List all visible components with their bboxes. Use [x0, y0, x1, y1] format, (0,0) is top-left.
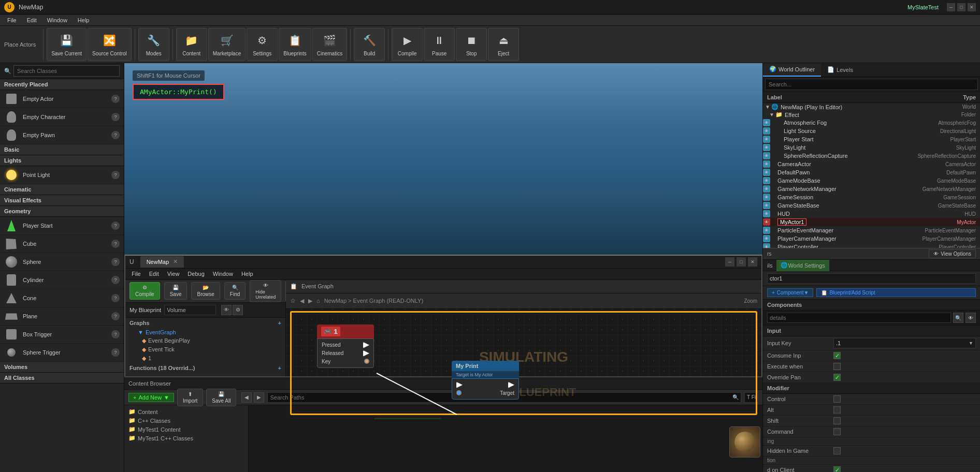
sphere-trigger-info[interactable]: ? — [111, 348, 120, 357]
actor-box-trigger[interactable]: Box Trigger ? — [0, 326, 124, 344]
actor-sphere[interactable]: Sphere ? — [0, 253, 124, 271]
viewport[interactable]: ShiftF1 for Mouse Cursor AMyActor::MyPri… — [124, 63, 762, 255]
bp-settings-btn[interactable]: ⚙ — [233, 305, 243, 315]
outliner-item-spherereflectioncapture[interactable]: 👁 SphereReflectionCapture SphereReflecti… — [763, 152, 980, 160]
cylinder-info[interactable]: ? — [111, 276, 120, 284]
outliner-item-gamesession[interactable]: 👁 GameSession GameSession — [763, 193, 980, 201]
cb-item-cpp-classes[interactable]: 📁 C++ Classes — [124, 416, 248, 425]
input-key-dropdown[interactable]: ▼ — [969, 341, 973, 346]
myactor1-node[interactable]: MyActor1 from Persistent Level — [374, 418, 441, 419]
outliner-item-hud[interactable]: 👁 HUD HUD — [763, 210, 980, 218]
event-begin-play-item[interactable]: ◆ Event BeginPlay — [129, 336, 285, 345]
sphere-info[interactable]: ? — [111, 258, 120, 266]
bp-menu-file[interactable]: File — [127, 268, 145, 279]
outliner-item-playercamera[interactable]: 👁 PlayerCameraManager PlayerCameraManage… — [763, 234, 980, 243]
bp-save-button[interactable]: 💾 Save — [164, 282, 188, 300]
category-recently-placed[interactable]: Recently Placed — [0, 79, 124, 90]
released-pin[interactable]: Released — [320, 349, 371, 358]
target-pin[interactable]: Target — [454, 389, 516, 397]
actor-cone[interactable]: Cone ? — [0, 289, 124, 307]
window-controls[interactable]: ─ □ ✕ — [947, 3, 976, 11]
execute-when-checkbox[interactable] — [833, 363, 841, 370]
cinematics-button[interactable]: 🎬 Cinematics — [312, 28, 347, 61]
blueprint-add-script-button[interactable]: 📋 Blueprint/Add Script — [816, 288, 976, 297]
modifier-section[interactable]: Modifier — [763, 383, 980, 394]
modes-button[interactable]: 🔧 Modes — [138, 28, 169, 61]
nav-home-btn[interactable]: ⌂ — [316, 298, 320, 304]
settings-button[interactable]: ⚙ Settings — [247, 28, 278, 61]
bp-menu-view[interactable]: View — [163, 268, 184, 279]
search-classes-input[interactable] — [13, 65, 120, 77]
bp-eye-btn[interactable]: 👁 — [221, 305, 232, 315]
cube-info[interactable]: ? — [111, 240, 120, 248]
actor-empty-actor[interactable]: Empty Actor ? — [0, 90, 124, 108]
nav-back-btn[interactable]: ◀ — [300, 298, 304, 304]
label-col-header[interactable]: Label — [767, 94, 963, 100]
override-pan-checkbox[interactable]: ✓ — [833, 374, 841, 381]
functions-section[interactable]: Functions (18 Overrid...) + — [125, 363, 285, 373]
marketplace-button[interactable]: 🛒 Marketplace — [208, 28, 246, 61]
graphs-add-icon[interactable]: + — [278, 320, 281, 326]
outliner-item-gamestatebase[interactable]: 👁 GameStateBase GameStateBase — [763, 201, 980, 210]
net-cull-checkbox[interactable]: ✓ — [833, 466, 841, 472]
actor-empty-pawn[interactable]: Empty Pawn ? — [0, 126, 124, 144]
keyboard-event-node[interactable]: 🎮 1 Pressed Released — [317, 325, 374, 368]
actor-player-start[interactable]: Player Start ? — [0, 217, 124, 235]
cb-back-button[interactable]: ◀ — [241, 392, 252, 403]
outliner-item-light-source[interactable]: 👁 Light Source DirectionalLight — [763, 127, 980, 135]
levels-tab[interactable]: 📄 Levels — [821, 63, 859, 77]
my-print-node[interactable]: My Print Target is My Actor — [452, 361, 519, 400]
key-pin[interactable]: Key — [320, 358, 371, 365]
outliner-item-camera[interactable]: 👁 CameraActor CameraActor — [763, 160, 980, 168]
event-1-item[interactable]: ◆ 1 — [129, 354, 285, 363]
command-checkbox[interactable] — [833, 428, 841, 435]
maximize-btn[interactable]: □ — [957, 3, 965, 11]
plane-info[interactable]: ? — [111, 312, 120, 320]
cone-info[interactable]: ? — [111, 294, 120, 302]
details-search-icon[interactable]: 🔍 — [953, 313, 963, 323]
input-section[interactable]: Input — [763, 326, 980, 336]
details-search-input[interactable] — [767, 313, 951, 323]
actor-name-input[interactable] — [767, 273, 976, 284]
outliner-item-atmospheric-fog[interactable]: 👁 Atmospheric Fog AtmosphericFog — [763, 119, 980, 127]
menu-edit[interactable]: Edit — [22, 14, 42, 26]
actor-sphere-trigger[interactable]: Sphere Trigger ? — [0, 344, 124, 362]
player-start-info[interactable]: ? — [111, 222, 120, 230]
source-control-button[interactable]: 🔀 Source Control — [88, 28, 132, 61]
details-tab[interactable]: ils — [763, 260, 776, 271]
outliner-item-playercontroller[interactable]: 👁 PlayerController PlayerController — [763, 243, 980, 248]
outliner-item-gamenetwork[interactable]: 👁 GameNetworkManager GameNetworkManager — [763, 185, 980, 193]
alt-checkbox[interactable] — [833, 406, 841, 414]
close-btn[interactable]: ✕ — [968, 3, 976, 11]
category-volumes[interactable]: Volumes — [0, 362, 124, 373]
actor-cube[interactable]: Cube ? — [0, 235, 124, 253]
outliner-item-myactor1[interactable]: 👁 MyActor1 MyActor — [763, 218, 980, 226]
pause-button[interactable]: ⏸ Pause — [424, 28, 455, 61]
cb-forward-button[interactable]: ▶ — [254, 392, 264, 403]
actor-point-light[interactable]: Point Light ? — [0, 166, 124, 184]
save-all-button[interactable]: 💾 Save All — [206, 389, 236, 406]
cb-item-mytest1-content[interactable]: 📁 MyTest1 Content — [124, 425, 248, 434]
category-all-classes[interactable]: All Classes — [0, 373, 124, 384]
import-button[interactable]: ⬆ Import — [177, 389, 203, 406]
shift-checkbox[interactable] — [833, 417, 841, 424]
category-cinematic[interactable]: Cinematic — [0, 184, 124, 195]
bp-minimize[interactable]: ─ — [725, 257, 734, 267]
actor-empty-character[interactable]: Empty Character ? — [0, 108, 124, 126]
consume-input-checkbox[interactable]: ✓ — [833, 352, 841, 359]
outliner-item-newmap[interactable]: ▼ 🌐 NewMap (Play In Editor) World — [763, 103, 980, 111]
actor-plane[interactable]: Plane ? — [0, 307, 124, 326]
category-geometry[interactable]: Geometry — [0, 206, 124, 217]
bp-menu-debug[interactable]: Debug — [183, 268, 208, 279]
outliner-item-player-start[interactable]: 👁 Player Start PlayerStart — [763, 135, 980, 143]
minimize-btn[interactable]: ─ — [947, 3, 955, 11]
bp-close[interactable]: ✕ — [748, 257, 757, 267]
outliner-item-particle[interactable]: 👁 ParticleEventManager ParticleEventMana… — [763, 226, 980, 234]
play-button[interactable]: ▶ Compile — [392, 28, 423, 61]
content-button[interactable]: 📁 Content — [176, 28, 207, 61]
components-section[interactable]: Components — [763, 300, 980, 311]
category-basic[interactable]: Basic — [0, 144, 124, 155]
bp-menu-edit[interactable]: Edit — [145, 268, 163, 279]
world-outliner-tab[interactable]: 🌍 World Outliner — [763, 63, 821, 77]
my-print-exec-in[interactable] — [454, 381, 516, 389]
